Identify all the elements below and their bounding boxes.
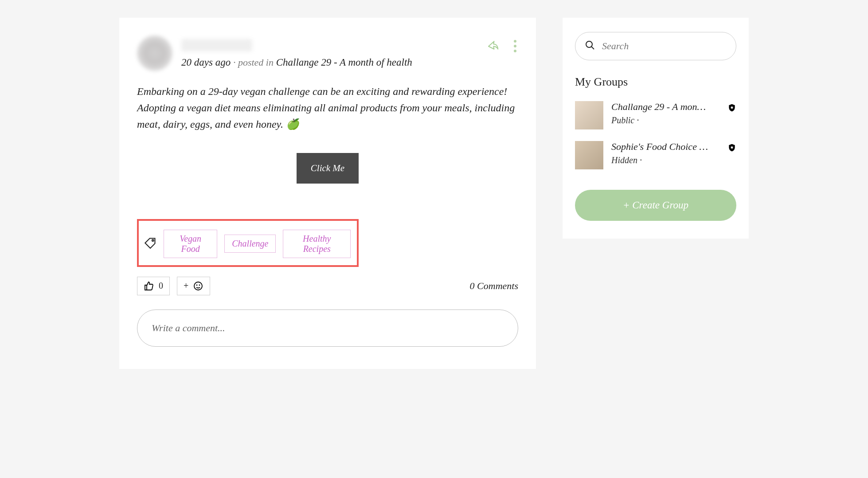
- create-group-button[interactable]: + Create Group: [575, 190, 736, 221]
- group-thumb: [575, 141, 603, 169]
- comment-input[interactable]: [137, 310, 518, 347]
- post-meta-line: 20 days ago · posted in Challange 29 - A…: [181, 56, 518, 69]
- search-icon: [585, 40, 595, 52]
- cta-wrap: Click Me: [137, 153, 518, 184]
- svg-point-0: [152, 239, 154, 241]
- post-body: Embarking on a 29-day vegan challenge ca…: [137, 83, 518, 133]
- comments-count[interactable]: 0 Comments: [470, 280, 518, 292]
- svg-point-2: [197, 285, 197, 285]
- group-item-1[interactable]: Sophie's Food Choice … Hidden ·: [575, 141, 736, 169]
- author-avatar[interactable]: [137, 35, 172, 71]
- add-reaction-button[interactable]: +: [177, 277, 210, 295]
- group-name: Challange 29 - A mon…: [611, 101, 719, 113]
- post-header-actions: [486, 38, 518, 54]
- smile-icon: [193, 281, 203, 291]
- group-info: Sophie's Food Choice … Hidden ·: [611, 141, 719, 165]
- svg-point-4: [586, 41, 592, 47]
- group-info: Challange 29 - A mon… Public ·: [611, 101, 719, 125]
- more-options-icon[interactable]: [512, 38, 518, 54]
- thumbs-up-icon: [144, 281, 154, 291]
- search-input[interactable]: [575, 32, 736, 60]
- sidebar-card: My Groups Challange 29 - A mon… Public ·: [563, 18, 749, 239]
- group-privacy: Public ·: [611, 115, 719, 125]
- plus-label: +: [184, 281, 188, 291]
- meta-separator: ·: [233, 57, 238, 68]
- group-name: Sophie's Food Choice …: [611, 141, 719, 153]
- posted-in-label: posted in: [238, 57, 274, 68]
- svg-line-5: [591, 47, 594, 49]
- shield-badge-icon: [727, 103, 736, 114]
- my-groups-title: My Groups: [575, 75, 736, 89]
- tag-icon: [144, 237, 156, 251]
- author-name-blurred: [181, 39, 252, 51]
- post-card: 20 days ago · posted in Challange 29 - A…: [119, 18, 536, 369]
- tag-vegan-food[interactable]: Vegan Food: [164, 230, 217, 258]
- svg-point-3: [199, 285, 200, 285]
- post-time: 20 days ago: [181, 57, 231, 68]
- comment-input-wrap: [137, 310, 518, 347]
- post-meta: 20 days ago · posted in Challange 29 - A…: [181, 35, 518, 69]
- sidebar: My Groups Challange 29 - A mon… Public ·: [563, 18, 749, 369]
- search-wrap: [575, 32, 736, 60]
- group-item-0[interactable]: Challange 29 - A mon… Public ·: [575, 101, 736, 129]
- click-me-button[interactable]: Click Me: [297, 153, 359, 184]
- group-thumb: [575, 101, 603, 129]
- svg-point-1: [194, 282, 202, 290]
- like-count: 0: [159, 281, 163, 291]
- tags-row: Vegan Food Challenge Healthy Recipes: [137, 219, 359, 267]
- share-icon[interactable]: [486, 39, 500, 54]
- post-header: 20 days ago · posted in Challange 29 - A…: [137, 35, 518, 71]
- posted-in-group[interactable]: Challange 29 - A month of health: [276, 57, 412, 68]
- reactions-row: 0 + 0 Comments: [137, 277, 518, 295]
- shield-badge-icon: [727, 143, 736, 154]
- tag-healthy-recipes[interactable]: Healthy Recipes: [283, 230, 351, 258]
- tag-challenge[interactable]: Challenge: [224, 235, 276, 253]
- group-privacy: Hidden ·: [611, 155, 719, 165]
- like-button[interactable]: 0: [137, 277, 170, 295]
